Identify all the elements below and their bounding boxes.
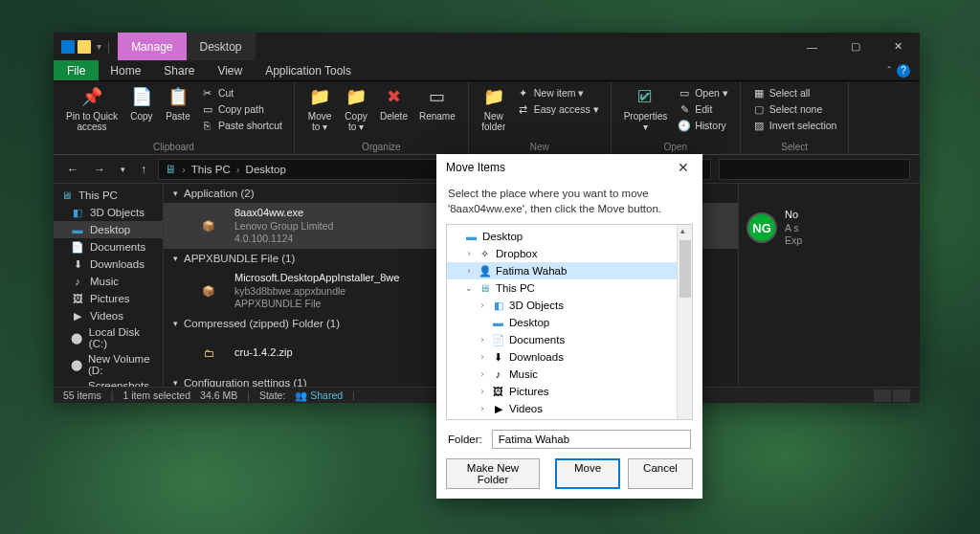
pc-icon: 🖥 (59, 189, 73, 202)
pin-to-quick-access-button[interactable]: 📌Pin to Quick access (61, 83, 122, 142)
close-button[interactable]: ✕ (877, 33, 920, 60)
breadcrumb[interactable]: Desktop (246, 164, 286, 175)
expand-icon[interactable]: › (478, 387, 487, 396)
nav-downloads[interactable]: ⬇Downloads (54, 256, 163, 273)
nav-documents[interactable]: 📄Documents (54, 238, 163, 256)
invert-icon: ▨ (752, 119, 766, 132)
expand-icon[interactable]: › (478, 404, 487, 413)
menu-app-tools[interactable]: Application Tools (254, 60, 363, 80)
forward-button[interactable]: → (90, 163, 109, 176)
up-button[interactable]: ↑ (137, 163, 150, 176)
tree-item-user[interactable]: ›👤Fatima Wahab (447, 262, 692, 279)
qat-dropdown-icon[interactable]: ▾ (94, 41, 104, 52)
tree-item-dropbox[interactable]: ›✧Dropbox (447, 245, 692, 262)
breadcrumb[interactable]: This PC (191, 164, 231, 175)
expand-icon[interactable]: › (478, 369, 487, 379)
help-icon[interactable]: ? (897, 64, 910, 78)
quick-access-toolbar: ▾ | (54, 33, 118, 60)
collapse-icon[interactable]: ⌄ (464, 283, 474, 293)
file-item[interactable]: NG NoA sExp (739, 205, 920, 251)
tree-item[interactable]: ›📄Documents (447, 331, 692, 348)
select-all-button[interactable]: ▦Select all (748, 85, 841, 100)
disk-icon: ⬤ (71, 358, 82, 371)
title-bar: ▾ | Manage Desktop — ▢ ✕ (54, 33, 920, 60)
move-button[interactable]: Move (555, 458, 620, 489)
cut-button[interactable]: ✂Cut (197, 85, 286, 100)
tree-item[interactable]: ▬Desktop (447, 314, 692, 331)
make-new-folder-button[interactable]: Make New Folder (446, 458, 540, 489)
group-label: Select (748, 142, 841, 154)
tree-item-this-pc[interactable]: ⌄🖥This PC (447, 279, 692, 297)
explorer-icon (61, 40, 75, 54)
status-shared: 👥 Shared (295, 389, 343, 402)
nav-pictures[interactable]: 🖼Pictures (54, 290, 163, 307)
nav-local-disk-c[interactable]: ⬤Local Disk (C:) (54, 324, 163, 351)
properties-button[interactable]: 🗹Properties ▾ (619, 83, 673, 142)
dialog-close-button[interactable]: ✕ (674, 160, 693, 175)
menu-share[interactable]: Share (152, 60, 206, 80)
expand-icon[interactable]: › (478, 352, 487, 362)
history-button[interactable]: 🕘History (674, 118, 732, 133)
minimize-button[interactable]: — (791, 33, 834, 60)
copy-path-button[interactable]: ▭Copy path (197, 101, 286, 117)
tree-item[interactable]: ›♪Music (447, 366, 692, 383)
ribbon-collapse-icon[interactable]: ˆ (887, 65, 891, 77)
back-button[interactable]: ← (63, 163, 82, 176)
rename-icon: ▭ (426, 86, 449, 109)
nav-desktop[interactable]: ▬Desktop (54, 221, 163, 238)
maximize-button[interactable]: ▢ (834, 33, 877, 60)
paste-shortcut-button[interactable]: ⎘Paste shortcut (197, 118, 286, 133)
new-folder-button[interactable]: 📁New folder (477, 83, 511, 142)
search-box[interactable] (719, 159, 910, 180)
view-large-button[interactable] (893, 389, 910, 402)
select-none-button[interactable]: ▢Select none (748, 101, 841, 117)
expand-icon[interactable]: › (478, 300, 487, 310)
move-to-button[interactable]: 📁Move to ▾ (302, 83, 337, 142)
copy-icon: 📄 (130, 86, 153, 109)
new-item-button[interactable]: ✦New item ▾ (513, 85, 603, 100)
folder-input[interactable] (492, 430, 691, 449)
desktop-icon: ▬ (71, 223, 84, 236)
zip-icon: 🗀 (192, 337, 225, 369)
cancel-button[interactable]: Cancel (628, 458, 693, 489)
expand-icon[interactable]: › (464, 249, 474, 258)
chevron-down-icon: ▾ (173, 189, 178, 198)
recent-locations-button[interactable]: ▾ (117, 165, 129, 174)
delete-button[interactable]: ✖Delete (375, 83, 412, 142)
tree-item[interactable]: ›▶Videos (447, 400, 692, 417)
easy-access-button[interactable]: ⇄Easy access ▾ (513, 101, 603, 117)
tree-item[interactable]: ›⬇Downloads (447, 348, 692, 366)
invert-selection-button[interactable]: ▨Invert selection (748, 118, 841, 133)
file-menu[interactable]: File (54, 60, 99, 80)
nav-screenshots[interactable]: ⬤Screenshots (\\M (54, 378, 163, 387)
tree-item[interactable]: ›🖼Pictures (447, 383, 692, 400)
nav-new-volume-d[interactable]: ⬤New Volume (D: (54, 351, 163, 378)
downloads-icon: ⬇ (491, 350, 505, 365)
contextual-tab-manage[interactable]: Manage (118, 33, 186, 60)
nav-videos[interactable]: ▶Videos (54, 307, 163, 324)
view-details-button[interactable] (874, 389, 891, 402)
scrollbar-thumb[interactable] (679, 240, 691, 298)
copy-button[interactable]: 📄Copy (124, 83, 159, 142)
tree-item-desktop[interactable]: ▬Desktop (447, 228, 692, 245)
nav-3d-objects[interactable]: ◧3D Objects (54, 204, 163, 221)
paste-button[interactable]: 📋Paste (161, 83, 195, 142)
tree-item[interactable]: ›⬤Local Disk (C:) (447, 417, 692, 420)
properties-icon: 🗹 (634, 86, 657, 109)
nav-music[interactable]: ♪Music (54, 273, 163, 290)
rename-button[interactable]: ▭Rename (414, 83, 460, 142)
pictures-icon: 🖼 (491, 385, 505, 399)
edit-button[interactable]: ✎Edit (674, 101, 732, 117)
menu-home[interactable]: Home (99, 60, 152, 80)
chevron-down-icon: ▾ (173, 378, 178, 387)
menu-view[interactable]: View (206, 60, 254, 80)
open-button[interactable]: ▭Open ▾ (674, 85, 732, 100)
expand-icon[interactable]: › (478, 335, 487, 345)
copy-to-button[interactable]: 📁Copy to ▾ (339, 83, 373, 142)
dialog-title-bar: Move Items ✕ (436, 154, 702, 181)
scrollbar[interactable] (677, 225, 692, 419)
expand-icon[interactable]: › (464, 266, 474, 276)
nav-this-pc[interactable]: 🖥This PC (54, 187, 163, 204)
tree-item[interactable]: ›◧3D Objects (447, 297, 692, 314)
status-selected: 1 item selected (122, 389, 190, 401)
